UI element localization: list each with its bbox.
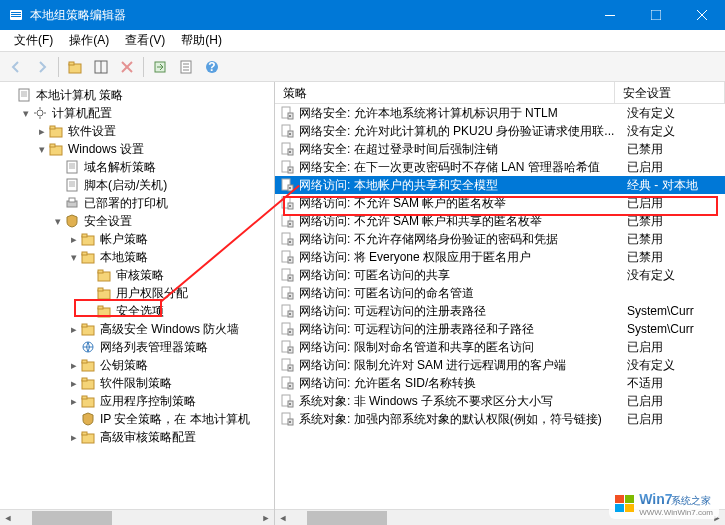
tree-icon <box>80 357 96 373</box>
toggle-icon[interactable]: ▸ <box>68 323 80 336</box>
tree-label: IP 安全策略，在 本地计算机 <box>100 411 250 428</box>
tree-item-software-settings[interactable]: ▸软件设置 <box>0 122 274 140</box>
tree-item-root-node[interactable]: 本地计算机 策略 <box>0 86 274 104</box>
list-row[interactable]: 网络访问: 允许匿名 SID/名称转换不适用 <box>275 374 725 392</box>
list-row[interactable]: 系统对象: 加强内部系统对象的默认权限(例如，符号链接)已启用 <box>275 410 725 428</box>
svg-rect-53 <box>98 306 103 309</box>
maximize-button[interactable] <box>633 0 679 30</box>
toggle-icon[interactable]: ▾ <box>68 251 80 264</box>
toggle-icon[interactable]: ▸ <box>68 359 80 372</box>
tree-item-deployed-printers[interactable]: 已部署的打印机 <box>0 194 274 212</box>
tree-label: 网络列表管理器策略 <box>100 339 208 356</box>
svg-point-110 <box>289 367 291 369</box>
delete-button[interactable] <box>115 55 139 79</box>
tree-item-scripts[interactable]: 脚本(启动/关机) <box>0 176 274 194</box>
list-row[interactable]: 网络访问: 不允许 SAM 帐户和共享的匿名枚举已禁用 <box>275 212 725 230</box>
tree-label: 审核策略 <box>116 267 164 284</box>
list-row[interactable]: 网络访问: 可远程访问的注册表路径和子路径System\Curr <box>275 320 725 338</box>
menu-file[interactable]: 文件(F) <box>6 29 61 52</box>
toggle-icon[interactable]: ▸ <box>68 377 80 390</box>
tree-label: 高级审核策略配置 <box>100 429 196 446</box>
tree-item-network-list[interactable]: 网络列表管理器策略 <box>0 338 274 356</box>
menubar: 文件(F) 操作(A) 查看(V) 帮助(H) <box>0 30 725 52</box>
tree-item-advanced-audit[interactable]: ▸高级审核策略配置 <box>0 428 274 446</box>
tree-item-advanced-firewall[interactable]: ▸高级安全 Windows 防火墙 <box>0 320 274 338</box>
tree-item-security-options[interactable]: 安全选项 <box>0 302 274 320</box>
policy-value: 已启用 <box>619 411 725 428</box>
col-policy[interactable]: 策略 <box>275 82 615 103</box>
policy-value: 已启用 <box>619 159 725 176</box>
tree-item-ip-security[interactable]: IP 安全策略，在 本地计算机 <box>0 410 274 428</box>
svg-point-113 <box>289 385 291 387</box>
tree-item-public-key[interactable]: ▸公钥策略 <box>0 356 274 374</box>
tree-item-computer-config[interactable]: ▾计算机配置 <box>0 104 274 122</box>
close-button[interactable] <box>679 0 725 30</box>
menu-help[interactable]: 帮助(H) <box>173 29 230 52</box>
toggle-icon[interactable]: ▾ <box>36 143 48 156</box>
tree-item-account-policy[interactable]: ▸帐户策略 <box>0 230 274 248</box>
list-row[interactable]: 网络访问: 将 Everyone 权限应用于匿名用户已禁用 <box>275 248 725 266</box>
tree-hscroll[interactable]: ◄► <box>0 509 274 525</box>
svg-point-95 <box>289 277 291 279</box>
svg-rect-120 <box>615 495 624 503</box>
forward-button[interactable] <box>30 55 54 79</box>
policy-name: 网络访问: 可远程访问的注册表路径 <box>299 303 619 320</box>
tree-pane[interactable]: 本地计算机 策略▾计算机配置▸软件设置▾Windows 设置域名解析策略脚本(启… <box>0 82 275 525</box>
policy-value: 已禁用 <box>619 213 725 230</box>
policy-name: 网络访问: 不允许存储网络身份验证的密码和凭据 <box>299 231 619 248</box>
toggle-icon[interactable]: ▸ <box>68 233 80 246</box>
tree-icon <box>96 303 112 319</box>
toggle-icon[interactable]: ▾ <box>20 107 32 120</box>
tree-item-software-restriction[interactable]: ▸软件限制策略 <box>0 374 274 392</box>
policy-value: System\Curr <box>619 304 725 318</box>
list-row[interactable]: 网络安全: 允许对此计算机的 PKU2U 身份验证请求使用联...没有定义 <box>275 122 725 140</box>
menu-view[interactable]: 查看(V) <box>117 29 173 52</box>
toolbar: ? <box>0 52 725 82</box>
list-row[interactable]: 网络访问: 不允许存储网络身份验证的密码和凭据已禁用 <box>275 230 725 248</box>
svg-rect-61 <box>82 378 87 381</box>
list-row[interactable]: 系统对象: 非 Windows 子系统不要求区分大小写已启用 <box>275 392 725 410</box>
svg-point-116 <box>289 403 291 405</box>
tree-item-audit-policy[interactable]: 审核策略 <box>0 266 274 284</box>
help-button[interactable]: ? <box>200 55 224 79</box>
list-row[interactable]: 网络安全: 在下一次更改密码时不存储 LAN 管理器哈希值已启用 <box>275 158 725 176</box>
tree-label: 脚本(启动/关机) <box>84 177 167 194</box>
svg-rect-5 <box>651 10 661 20</box>
show-hide-button[interactable] <box>89 55 113 79</box>
tree-item-security-settings[interactable]: ▾安全设置 <box>0 212 274 230</box>
policy-value: 已禁用 <box>619 141 725 158</box>
up-button[interactable] <box>63 55 87 79</box>
export-button[interactable] <box>148 55 172 79</box>
policy-icon <box>279 321 295 337</box>
list-row[interactable]: 网络访问: 可远程访问的注册表路径System\Curr <box>275 302 725 320</box>
list-row[interactable]: 网络访问: 不允许 SAM 帐户的匿名枚举已启用 <box>275 194 725 212</box>
tree-item-local-policy[interactable]: ▾本地策略 <box>0 248 274 266</box>
tree-item-windows-settings[interactable]: ▾Windows 设置 <box>0 140 274 158</box>
tree-item-app-control[interactable]: ▸应用程序控制策略 <box>0 392 274 410</box>
col-value[interactable]: 安全设置 <box>615 82 725 103</box>
list-row[interactable]: 网络安全: 在超过登录时间后强制注销已禁用 <box>275 140 725 158</box>
toggle-icon[interactable]: ▸ <box>68 431 80 444</box>
list-row[interactable]: 网络访问: 可匿名访问的共享没有定义 <box>275 266 725 284</box>
tree-icon <box>48 141 64 157</box>
list-row[interactable]: 网络安全: 允许本地系统将计算机标识用于 NTLM没有定义 <box>275 104 725 122</box>
back-button[interactable] <box>4 55 28 79</box>
tree-item-user-rights[interactable]: 用户权限分配 <box>0 284 274 302</box>
properties-button[interactable] <box>174 55 198 79</box>
policy-name: 网络访问: 可匿名访问的命名管道 <box>299 285 619 302</box>
toggle-icon[interactable]: ▸ <box>36 125 48 138</box>
toggle-icon[interactable]: ▾ <box>52 215 64 228</box>
titlebar: 本地组策略编辑器 <box>0 0 725 30</box>
policy-icon <box>279 375 295 391</box>
svg-point-119 <box>289 421 291 423</box>
list-pane[interactable]: 策略 安全设置 网络安全: 允许本地系统将计算机标识用于 NTLM没有定义网络安… <box>275 82 725 525</box>
menu-action[interactable]: 操作(A) <box>61 29 117 52</box>
list-row[interactable]: 网络访问: 限制允许对 SAM 进行远程调用的客户端没有定义 <box>275 356 725 374</box>
list-row[interactable]: 网络访问: 可匿名访问的命名管道 <box>275 284 725 302</box>
svg-point-89 <box>289 241 291 243</box>
list-row[interactable]: 网络访问: 本地帐户的共享和安全模型经典 - 对本地 <box>275 176 725 194</box>
toggle-icon[interactable]: ▸ <box>68 395 80 408</box>
minimize-button[interactable] <box>587 0 633 30</box>
tree-item-dns-policy[interactable]: 域名解析策略 <box>0 158 274 176</box>
list-row[interactable]: 网络访问: 限制对命名管道和共享的匿名访问已启用 <box>275 338 725 356</box>
